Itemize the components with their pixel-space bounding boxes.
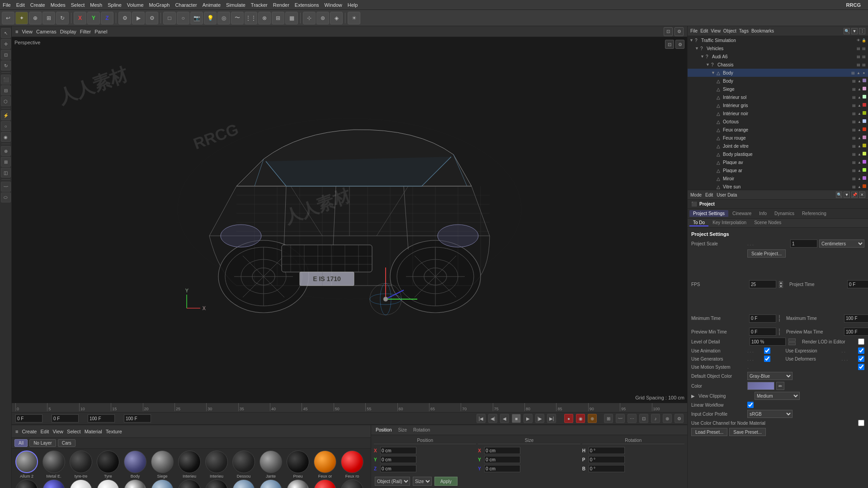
mode-pin[interactable]: 📌 (851, 192, 858, 198)
proj-tab-cineware[interactable]: Cineware (729, 210, 755, 217)
mat-item-dessou[interactable]: Dessou (231, 450, 257, 479)
proj-scale-input[interactable] (790, 239, 817, 248)
proj-sub-nodes[interactable]: Scene Nodes (750, 220, 785, 226)
tri-col-p7[interactable] (863, 136, 866, 139)
timeline-options[interactable]: ⊞ (604, 414, 613, 423)
color-picker-btn[interactable]: ✏ (776, 382, 784, 390)
timeline-curves[interactable]: 〰 (616, 414, 625, 423)
scene-file[interactable]: File (690, 28, 698, 33)
menu-modes[interactable]: Modes (51, 2, 66, 8)
toolbar-deformer[interactable]: ⊗ (258, 12, 271, 24)
mode-filter[interactable]: ▼ (844, 192, 850, 198)
toolbar-render-view[interactable]: ▶ (132, 12, 145, 24)
viewport-ctrl-2[interactable]: ⚙ (675, 40, 684, 49)
lt-polygons[interactable]: ⬡ (1, 96, 11, 106)
tri-mat-p0[interactable]: ▲ (857, 79, 862, 83)
toolbar-light[interactable]: 💡 (204, 12, 217, 24)
mode-tab[interactable]: Mode (690, 192, 702, 197)
tree-part-10[interactable]: △Plaque av ▤ ▲ (688, 158, 868, 166)
tri-col-p10[interactable] (863, 160, 866, 164)
rot-p-input[interactable] (589, 456, 625, 463)
mat-item-feux-ro[interactable]: Feux ro (339, 450, 365, 479)
mat-item-metal[interactable]: Metal E. (41, 450, 67, 479)
pos-z-input[interactable] (380, 465, 416, 472)
prev-max-input[interactable] (844, 328, 868, 336)
viewport-menu-display[interactable]: Display (60, 29, 76, 34)
menu-mesh[interactable]: Mesh (90, 2, 102, 8)
scene-object[interactable]: Object (723, 28, 736, 33)
record-keyframe[interactable]: ● (564, 414, 573, 423)
menu-window[interactable]: Window (325, 2, 342, 8)
mat-item-feux-or[interactable]: Feux or (312, 450, 338, 479)
toolbar-render-settings[interactable]: ⚙ (118, 12, 131, 24)
lt-bp-uv[interactable]: ◫ (1, 168, 11, 178)
tri-mat-p7[interactable]: ▲ (857, 136, 862, 140)
size-x-input[interactable] (484, 447, 520, 454)
tree-part-8[interactable]: △Joint de vitre ▤ ▲ (688, 142, 868, 150)
proj-tab-referencing[interactable]: Referencing (798, 210, 830, 217)
viewport-menu-cameras[interactable]: Cameras (36, 29, 57, 34)
viewclip-select[interactable]: Medium (755, 392, 800, 400)
scene-edit[interactable]: Edit (700, 28, 708, 33)
tri-vis-p7[interactable]: ▤ (852, 136, 856, 140)
tri-mat-p2[interactable]: ▲ (857, 95, 862, 99)
viewport-maximize[interactable]: ⊡ (664, 27, 673, 36)
viewport[interactable]: Perspective (12, 37, 687, 403)
mat-menu-material[interactable]: Material (85, 429, 102, 434)
toolbar-y-axis[interactable]: Y (87, 12, 100, 24)
load-preset-btn[interactable]: Load Preset... (691, 428, 727, 436)
menu-character[interactable]: Character (175, 2, 197, 8)
mat-menu-edit[interactable]: Edit (40, 429, 49, 434)
start-frame-input[interactable] (52, 414, 79, 422)
filter-cars[interactable]: Cars (58, 439, 75, 447)
tree-part-4[interactable]: △Intérieur noir ▤ ▲ (688, 109, 868, 117)
mat-menu-select[interactable]: Select (67, 429, 81, 434)
prevmin-down[interactable] (779, 332, 780, 335)
scene-filter[interactable]: ▼ (851, 28, 858, 34)
tree-chassis[interactable]: ▼ ? Chassis ▤ ▤ (688, 61, 868, 69)
timeline-motion[interactable]: ⋯ (627, 414, 637, 423)
lt-points[interactable]: ⬛ (1, 75, 11, 84)
mat-item-body[interactable]: Body (122, 450, 148, 479)
tri-mat-p6[interactable]: ▲ (857, 127, 862, 132)
timeline-ruler[interactable]: 0 5 10 15 20 25 30 35 40 45 50 55 60 65 … (12, 403, 687, 412)
lt-uv[interactable]: ⊞ (1, 157, 11, 167)
mat-menu-texture[interactable]: Texture (106, 429, 122, 434)
mat-item-feux-ro2[interactable]: Feux ro (312, 479, 338, 488)
auto-keyframe[interactable]: ◉ (576, 414, 585, 423)
expand-chassis[interactable]: ▼ (706, 62, 711, 67)
mat-item-allum2[interactable]: Allum 2 (14, 450, 40, 479)
tri-col-p3[interactable] (863, 103, 866, 107)
mat-menu-create[interactable]: Create (22, 429, 37, 434)
tri-col-p8[interactable] (863, 144, 866, 147)
expand-vehicles[interactable]: ▼ (695, 46, 700, 51)
current-frame-input[interactable] (15, 414, 42, 422)
save-preset-btn[interactable]: Save Preset... (729, 428, 766, 436)
tree-part-3[interactable]: △Intérieur gris ▤ ▲ (688, 101, 868, 109)
tri-vis-p8[interactable]: ▤ (852, 144, 856, 148)
tree-audi[interactable]: ▼ ? Audi A6 ▤ ▤ (688, 52, 868, 61)
tree-part-2[interactable]: △Intérieur sol ▤ ▲ (688, 93, 868, 101)
tri-mat-p9[interactable]: ▲ (857, 152, 862, 156)
tri-vis4[interactable]: ▤ (856, 62, 861, 67)
mat-item-phare-v[interactable]: Phare v (258, 479, 284, 488)
proj-time-input[interactable] (847, 280, 868, 288)
next-key[interactable]: |▶ (535, 414, 544, 423)
lt-texture[interactable]: ⊕ (1, 146, 11, 156)
mat-item-vitre-no[interactable]: Vitre no (203, 479, 230, 488)
tab-position[interactable]: Position (374, 427, 394, 432)
toolbar-render-region[interactable]: ⚙ (146, 12, 158, 24)
tri-vis2[interactable]: ▤ (856, 46, 861, 51)
tri-mat-p10[interactable]: ▲ (857, 160, 862, 164)
tree-part-5[interactable]: △Ocrtous ▤ ▲ (688, 117, 868, 126)
play-forward[interactable]: ▶ (524, 414, 533, 423)
timeline-preview[interactable]: ⊡ (639, 414, 648, 423)
toolbar-volume[interactable]: ▦ (285, 12, 298, 24)
toolbar-opengl[interactable]: ◈ (330, 12, 343, 24)
tri-col-p0[interactable] (863, 79, 866, 82)
nodemat-check[interactable] (858, 420, 864, 426)
toolbar-camera[interactable]: 📷 (190, 12, 203, 24)
tab-size[interactable]: Size (396, 427, 409, 432)
fps-input[interactable] (749, 280, 776, 288)
tri-vis-p13[interactable]: ▤ (852, 184, 856, 189)
